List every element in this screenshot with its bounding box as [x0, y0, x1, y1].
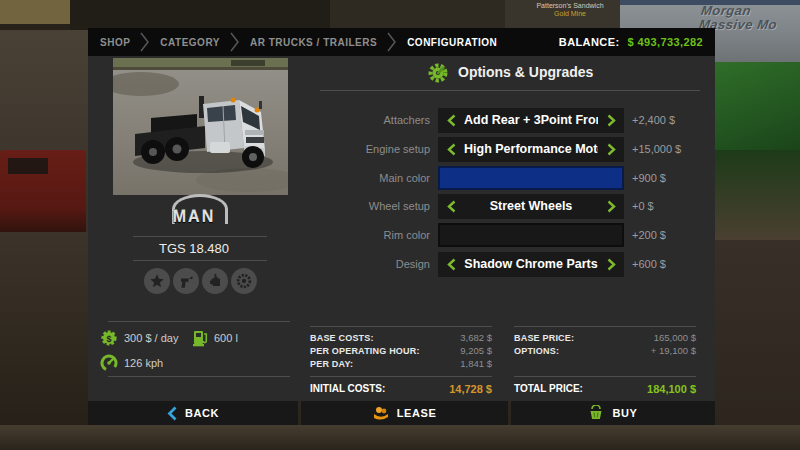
fuel-icon: [193, 328, 208, 347]
divider: [320, 90, 700, 91]
prev-option-button[interactable]: [438, 252, 464, 277]
cost-row: OPTIONS: + 19,100 $: [514, 344, 696, 357]
cost-label: OPTIONS:: [514, 346, 559, 356]
back-button-label: BACK: [185, 407, 219, 419]
option-selector-design: Shadow Chrome Parts: [438, 252, 624, 277]
option-value: Street Wheels: [464, 194, 598, 219]
cost-row: BASE PRICE: 165,000 $: [514, 331, 696, 344]
option-selector-wheel-setup: Street Wheels: [438, 194, 624, 219]
divider: [108, 321, 290, 322]
next-option-button[interactable]: [598, 137, 624, 162]
rim-color-swatch[interactable]: [438, 223, 624, 247]
lease-button-label: LEASE: [397, 407, 437, 419]
total-price-value: 184,100 $: [647, 383, 696, 395]
buy-button-label: BUY: [612, 407, 637, 419]
maintenance-cost-icon: $: [100, 329, 118, 347]
gear-wrench-icon: [426, 61, 450, 85]
option-label-attachers: Attachers: [300, 108, 430, 133]
cost-row: PER OPERATING HOUR: 9,205 $: [310, 344, 492, 357]
next-option-button[interactable]: [598, 252, 624, 277]
chevron-right-icon: [607, 114, 616, 127]
lease-hand-icon: [373, 406, 389, 421]
game-screen: Patterson's Sandwich Gold Mine Morgan Ma…: [0, 0, 800, 450]
initial-costs-row: INITIAL COSTS: 14,728 $: [310, 381, 492, 396]
buy-button[interactable]: BUY: [511, 401, 715, 425]
buy-basket-icon: [588, 405, 604, 421]
cost-row: PER DAY: 1,841 $: [310, 357, 492, 370]
option-label-engine-setup: Engine setup: [300, 137, 430, 162]
option-label-main-color: Main color: [300, 166, 430, 191]
sign-line-2: Gold Mine: [528, 10, 612, 18]
background-trailer-shadow: [715, 150, 800, 240]
option-value: Add Rear + 3Point Front: [464, 108, 598, 133]
max-speed-value: 126 kph: [124, 354, 163, 372]
price-panel: BASE PRICE: 165,000 $ OPTIONS: + 19,100 …: [514, 331, 696, 357]
option-selector-attachers: Add Rear + 3Point Front: [438, 108, 624, 133]
option-price: +2,400 $: [632, 108, 675, 133]
fuel-capacity-value: 600 l: [214, 329, 238, 347]
divider: [514, 376, 696, 377]
total-price-label: TOTAL PRICE:: [514, 383, 583, 394]
divider: [133, 236, 267, 237]
option-value: Shadow Chrome Parts: [464, 252, 598, 277]
cost-label: PER DAY:: [310, 359, 353, 369]
divider: [310, 326, 492, 327]
vehicle-model-name: TGS 18.480: [88, 241, 300, 256]
background-building-dark: [70, 0, 330, 30]
back-button[interactable]: BACK: [88, 401, 298, 425]
cost-value: 3,682 $: [460, 332, 492, 343]
option-label-design: Design: [300, 252, 430, 277]
breadcrumb-configuration: CONFIGURATION: [407, 37, 497, 48]
prev-option-button[interactable]: [438, 108, 464, 133]
chevron-left-icon: [447, 200, 456, 213]
sign-line-1: Patterson's Sandwich: [528, 2, 612, 10]
cost-row: BASE COSTS: 3,682 $: [310, 331, 492, 344]
operating-costs-panel: BASE COSTS: 3,682 $ PER OPERATING HOUR: …: [310, 331, 492, 370]
balance: BALANCE: $ 493,733,282: [559, 36, 703, 48]
cost-value: 1,841 $: [460, 358, 492, 369]
prev-option-button[interactable]: [438, 137, 464, 162]
maintenance-cost-value: 300 $ / day: [124, 329, 178, 347]
breadcrumb-ar-trucks-trailers[interactable]: AR TRUCKS / TRAILERS: [250, 37, 377, 48]
option-label-rim-color: Rim color: [300, 223, 430, 248]
prev-option-button[interactable]: [438, 194, 464, 219]
option-price: +0 $: [632, 194, 654, 219]
breadcrumb-category[interactable]: CATEGORY: [160, 37, 220, 48]
star-icon: [144, 268, 170, 294]
option-price: +600 $: [632, 252, 666, 277]
background-bottom-ground: [0, 425, 800, 450]
divider: [108, 376, 290, 377]
option-value: High Performance Motor: [464, 137, 598, 162]
option-price: +900 $: [632, 166, 666, 191]
vehicle-preview-image: [113, 58, 288, 195]
paint-icon: [173, 268, 199, 294]
wheel-icon: [231, 268, 257, 294]
dealer-line-1: Morgan: [700, 4, 800, 18]
chevron-left-icon: [447, 114, 456, 127]
divider: [310, 376, 492, 377]
main-color-swatch[interactable]: [438, 166, 624, 190]
cost-value: + 19,100 $: [651, 345, 696, 356]
next-option-button[interactable]: [598, 194, 624, 219]
background-fire-truck-window: [8, 158, 48, 174]
chevron-right-icon: [140, 32, 150, 52]
initial-costs-label: INITIAL COSTS:: [310, 383, 385, 394]
initial-costs-value: 14,728 $: [449, 383, 492, 395]
chevron-right-icon: [607, 258, 616, 271]
next-option-button[interactable]: [598, 108, 624, 133]
chevron-left-icon: [447, 258, 456, 271]
cost-label: BASE COSTS:: [310, 333, 374, 343]
breadcrumb-shop[interactable]: SHOP: [100, 37, 130, 48]
chevron-left-icon: [447, 143, 456, 156]
engine-icon: [202, 268, 228, 294]
speedometer-icon: [100, 354, 118, 372]
background-hill: [0, 0, 70, 24]
chevron-right-icon: [607, 143, 616, 156]
background-building-mid: [330, 0, 510, 30]
lease-button[interactable]: LEASE: [301, 401, 508, 425]
shop-sign-text: Patterson's Sandwich Gold Mine: [528, 2, 612, 18]
balance-value: $ 493,733,282: [627, 36, 703, 48]
breadcrumb-bar: SHOP CATEGORY AR TRUCKS / TRAILERS CONFI…: [88, 28, 715, 56]
chevron-right-icon: [607, 200, 616, 213]
balance-label: BALANCE:: [559, 36, 620, 48]
